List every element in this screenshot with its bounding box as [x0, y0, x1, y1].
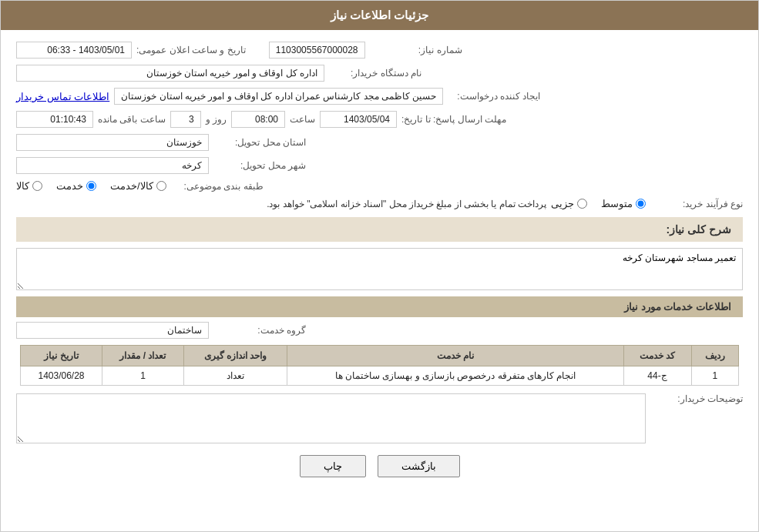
category-radio-group: کالا/خدمت خدمت کالا	[16, 180, 166, 192]
buyer-org-value: اداره کل اوقاف و امور خیریه استان خوزستا…	[16, 65, 324, 82]
col-header-name: نام خدمت	[287, 346, 623, 366]
col-header-unit: واحد اندازه گیری	[183, 346, 287, 366]
buyer-notes-textarea[interactable]	[16, 393, 646, 443]
back-button[interactable]: بازگشت	[378, 455, 460, 477]
city-label: شهر محل تحویل:	[213, 160, 306, 171]
request-number-value: 1103005567000028	[269, 42, 365, 59]
purchase-type-partial-label: جزیی	[551, 198, 574, 209]
deadline-days-label: روز و	[206, 114, 227, 125]
deadline-remaining-value: 01:10:43	[16, 111, 93, 128]
description-section-title: شرح کلی نیاز:	[16, 217, 743, 242]
buyer-org-label: نام دستگاه خریدار:	[329, 68, 421, 79]
col-header-row: ردیف	[691, 346, 738, 366]
deadline-remaining-label: ساعت باقی مانده	[98, 114, 166, 125]
creator-row: ایجاد کننده درخواست: حسین کاظمی مجد کارش…	[16, 88, 743, 105]
deadline-time-label: ساعت	[290, 114, 315, 125]
province-value: خوزستان	[16, 134, 209, 151]
purchase-type-radio-group: متوسط جزیی	[551, 198, 646, 209]
deadline-days-value: 3	[170, 111, 201, 128]
purchase-type-note: پرداخت تمام یا بخشی از مبلغ خریداز محل "…	[16, 199, 546, 209]
table-row: 1 ج-44 انجام کارهای متفرقه درخصوص بازساز…	[21, 366, 739, 386]
service-group-row: گروه خدمت: ساختمان	[16, 322, 743, 339]
category-kala-label: کالا	[16, 180, 29, 192]
description-row	[16, 248, 743, 290]
city-row: شهر محل تحویل: کرخه	[16, 157, 743, 174]
print-button[interactable]: چاپ	[300, 455, 366, 477]
contact-link[interactable]: اطلاعات تماس خریدار	[16, 91, 109, 102]
services-table-wrapper: ردیف کد خدمت نام خدمت واحد اندازه گیری ت…	[16, 345, 743, 386]
purchase-type-label: نوع فرآیند خرید:	[650, 199, 743, 209]
category-option-kala-khedmat[interactable]: کالا/خدمت	[110, 180, 166, 192]
services-title-text: اطلاعات خدمات مورد نیاز	[624, 301, 731, 313]
purchase-type-partial[interactable]: جزیی	[551, 198, 587, 209]
announce-label: تاریخ و ساعت اعلان عمومی:	[136, 45, 246, 55]
request-number-label: شماره نیاز:	[370, 45, 462, 55]
city-value: کرخه	[16, 157, 209, 174]
deadline-time-value: 08:00	[231, 111, 285, 128]
col-header-date: تاریخ نیاز	[21, 346, 102, 366]
province-label: استان محل تحویل:	[213, 137, 306, 148]
category-kala-khedmat-label: کالا/خدمت	[110, 180, 153, 192]
description-title-text: شرح کلی نیاز:	[667, 223, 731, 236]
deadline-label: مهلت ارسال پاسخ: تا تاریخ:	[401, 114, 506, 125]
announce-value: 1403/05/01 - 06:33	[16, 42, 132, 59]
deadline-date: 1403/05/04	[320, 111, 397, 128]
cell-quantity: 1	[102, 366, 184, 386]
cell-name: انجام کارهای متفرقه درخصوص بازسازی و بهس…	[287, 366, 623, 386]
col-header-code: کد خدمت	[623, 346, 691, 366]
buttons-row: بازگشت چاپ	[16, 455, 743, 493]
category-option-khedmat[interactable]: خدمت	[56, 180, 96, 192]
purchase-type-medium[interactable]: متوسط	[601, 198, 646, 209]
services-table: ردیف کد خدمت نام خدمت واحد اندازه گیری ت…	[20, 345, 739, 386]
cell-unit: تعداد	[183, 366, 287, 386]
category-label: طبقه بندی موضوعی:	[171, 181, 264, 192]
page-header: جزئیات اطلاعات نیاز	[1, 1, 758, 30]
creator-label: ایجاد کننده درخواست:	[448, 91, 540, 102]
buyer-notes-row: توضیحات خریدار:	[16, 393, 743, 443]
purchase-type-row: نوع فرآیند خرید: متوسط جزیی پرداخت تمام …	[16, 198, 743, 209]
service-group-value: ساختمان	[16, 322, 209, 339]
category-khedmat-label: خدمت	[56, 180, 83, 192]
purchase-type-medium-label: متوسط	[601, 198, 633, 209]
province-row: استان محل تحویل: خوزستان	[16, 134, 743, 151]
buyer-org-row: نام دستگاه خریدار: اداره کل اوقاف و امور…	[16, 65, 743, 82]
category-option-kala[interactable]: کالا	[16, 180, 42, 192]
page-title: جزئیات اطلاعات نیاز	[331, 8, 428, 22]
cell-date: 1403/06/28	[21, 366, 102, 386]
cell-row-number: 1	[691, 366, 738, 386]
description-textarea[interactable]	[16, 248, 743, 290]
service-group-label: گروه خدمت:	[213, 325, 306, 336]
services-section-title: اطلاعات خدمات مورد نیاز	[16, 296, 743, 317]
cell-code: ج-44	[623, 366, 691, 386]
category-row: طبقه بندی موضوعی: کالا/خدمت خدمت کالا	[16, 180, 743, 192]
col-header-quantity: تعداد / مقدار	[102, 346, 184, 366]
creator-value: حسین کاظمی مجد کارشناس عمران اداره کل او…	[114, 88, 443, 105]
deadline-row: مهلت ارسال پاسخ: تا تاریخ: 1403/05/04 سا…	[16, 111, 743, 128]
request-number-row: شماره نیاز: 1103005567000028 تاریخ و ساع…	[16, 42, 743, 59]
buyer-notes-label: توضیحات خریدار:	[650, 393, 743, 404]
